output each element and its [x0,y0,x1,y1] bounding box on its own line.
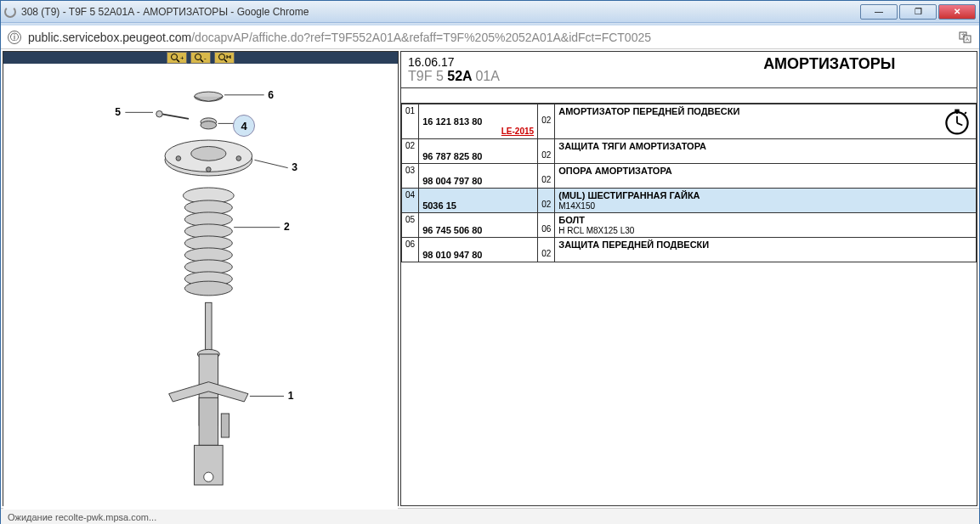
parts-header: 16.06.17 T9F 5 52A 01A АМОРТИЗАТОРЫ [401,52,977,88]
svg-rect-50 [221,414,229,437]
part-qty: 02 [538,238,555,262]
svg-point-7 [195,54,201,60]
maximize-button[interactable]: ❐ [899,4,937,20]
svg-line-58 [957,123,962,126]
part-qty: 02 [538,139,555,164]
svg-point-27 [191,146,226,161]
part-index: 04 [402,189,419,213]
svg-point-28 [176,156,181,161]
parts-panel: 16.06.17 T9F 5 52A 01A АМОРТИЗАТОРЫ 0116… [400,51,977,506]
svg-line-8 [201,59,203,62]
doc-title: АМОРТИЗАТОРЫ [689,55,971,84]
svg-point-41 [184,281,232,296]
status-bar: Ожидание recolte-pwk.mpsa.com... [1,508,979,524]
part-index: 06 [402,238,419,262]
svg-text:-: - [204,54,207,62]
table-row[interactable]: 0596 745 506 8006БОЛТH RCL M8X125 L30 [402,213,977,238]
zoom-in-button[interactable]: + [167,52,187,64]
doc-code: T9F 5 52A 01A [408,69,689,84]
svg-line-5 [177,59,179,62]
close-button[interactable]: ✕ [938,4,976,20]
part-qty: 06 [538,213,555,238]
part-qty: 02 [538,189,555,213]
part-qty: 02 [538,164,555,189]
svg-point-30 [207,167,212,172]
svg-point-19 [156,110,162,116]
svg-point-23 [201,121,217,129]
svg-point-29 [236,156,241,161]
part-index: 01 [402,104,419,139]
extra-link[interactable]: LE-2015 [422,127,534,136]
svg-rect-54 [955,110,959,113]
svg-line-18 [161,114,189,119]
svg-rect-47 [199,397,218,445]
table-row[interactable]: 0296 787 825 8002ЗАЩИТА ТЯГИ АМОРТИЗАТОР… [402,139,977,164]
svg-line-11 [224,59,227,62]
svg-text:+: + [180,54,184,62]
doc-date: 16.06.17 [408,55,689,69]
part-number: 98 004 797 80 [419,164,538,189]
part-number: 98 010 947 80 [419,238,538,262]
part-description: ЗАЩИТА ПЕРЕДНЕЙ ПОДВЕСКИ [555,238,977,262]
url-display[interactable]: public.servicebox.peugeot.com/docapvAP/a… [28,31,952,44]
svg-point-49 [204,472,213,482]
svg-text:1: 1 [288,390,294,402]
svg-rect-44 [206,302,212,350]
part-number: 16 121 813 80LE-2015 [419,104,538,139]
minimize-button[interactable]: — [860,4,898,20]
svg-point-10 [219,54,225,60]
part-number: 96 745 506 80 [419,213,538,238]
svg-text:6: 6 [268,89,274,101]
table-row[interactable]: 0116 121 813 80LE-201502АМОРТИЗАТОР ПЕРЕ… [402,104,977,139]
svg-line-31 [254,160,287,167]
svg-point-4 [172,54,178,60]
part-number: 96 787 825 80 [419,139,538,164]
table-row[interactable]: 0698 010 947 8002ЗАЩИТА ПЕРЕДНЕЙ ПОДВЕСК… [402,238,977,262]
zoom-out-button[interactable]: - [190,52,211,64]
part-qty: 02 [538,104,555,139]
shock-absorber-svg: 6 5 [82,81,320,493]
table-row[interactable]: 045036 1502(MUL) ШЕСТИГРАННАЯ ГАЙКАM14X1… [402,189,977,213]
zoom-toolbar: + - [3,52,398,64]
svg-text:5: 5 [115,106,121,118]
part-description: ЗАЩИТА ТЯГИ АМОРТИЗАТОРА [555,139,977,164]
status-text: Ожидание recolte-pwk.mpsa.com... [8,512,156,522]
svg-text:3: 3 [292,161,297,173]
window-titlebar: 308 (T9) - T9F 5 52A01A - АМОРТИЗАТОРЫ -… [1,1,979,23]
parts-diagram[interactable]: 6 5 [3,64,398,510]
part-description: ОПОРА АМОРТИЗАТОРА [555,164,977,189]
part-description: БОЛТH RCL M8X125 L30 [555,213,977,238]
window-title: 308 (T9) - T9F 5 52A01A - АМОРТИЗАТОРЫ -… [21,6,858,18]
zoom-fit-button[interactable] [214,52,235,64]
svg-text:2: 2 [284,221,290,233]
stopwatch-icon [942,106,972,137]
site-info-icon[interactable]: ⓘ [8,31,21,44]
part-index: 05 [402,213,419,238]
part-description: (MUL) ШЕСТИГРАННАЯ ГАЙКАM14X150 [555,189,977,213]
part-index: 02 [402,139,419,164]
highlighted-callout[interactable]: 4 [233,115,255,137]
address-bar: ⓘ public.servicebox.peugeot.com/docapvAP… [1,25,979,49]
part-description: АМОРТИЗАТОР ПЕРЕДНЕЙ ПОДВЕСКИ [555,104,977,139]
diagram-panel: + - 6 5 [3,51,399,506]
browser-window: 308 (T9) - T9F 5 52A01A - АМОРТИЗАТОРЫ -… [0,0,980,524]
svg-line-56 [965,112,966,114]
table-row[interactable]: 0398 004 797 8002ОПОРА АМОРТИЗАТОРА [402,164,977,189]
url-host: public.servicebox.peugeot.com [28,31,191,44]
loading-spinner-icon [4,6,16,18]
part-index: 03 [402,164,419,189]
part-number: 5036 15 [419,189,538,213]
translate-icon[interactable]: 文A [959,31,972,44]
parts-table: 0116 121 813 80LE-201502АМОРТИЗАТОР ПЕРЕ… [401,104,977,262]
svg-text:A: A [966,37,969,42]
content-area: + - 6 5 [1,49,979,508]
url-path: /docapvAP/affiche.do?ref=T9F552A01A&refa… [191,31,651,44]
